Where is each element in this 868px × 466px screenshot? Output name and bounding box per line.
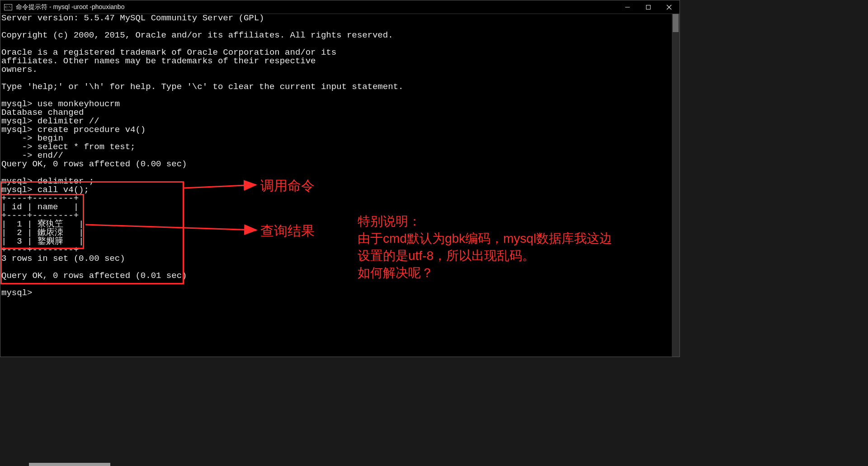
window-controls (617, 0, 679, 14)
command-prompt-window: C:\ 命令提示符 - mysql -uroot -phouxianbo Ser… (0, 0, 680, 357)
close-button[interactable] (659, 0, 679, 14)
taskbar-active-app[interactable] (29, 463, 110, 466)
maximize-button[interactable] (638, 0, 659, 14)
scrollbar-thumb[interactable] (673, 14, 679, 32)
window-title: 命令提示符 - mysql -uroot -phouxianbo (16, 3, 124, 11)
terminal-output[interactable]: Server version: 5.5.47 MySQL Community S… (0, 14, 672, 357)
cmd-icon: C:\ (4, 4, 12, 10)
taskbar[interactable] (0, 462, 680, 466)
titlebar[interactable]: C:\ 命令提示符 - mysql -uroot -phouxianbo (0, 0, 679, 14)
vertical-scrollbar[interactable] (672, 14, 679, 357)
svg-rect-1 (646, 5, 651, 9)
terminal-wrap: Server version: 5.5.47 MySQL Community S… (0, 14, 679, 357)
minimize-button[interactable] (617, 0, 638, 14)
